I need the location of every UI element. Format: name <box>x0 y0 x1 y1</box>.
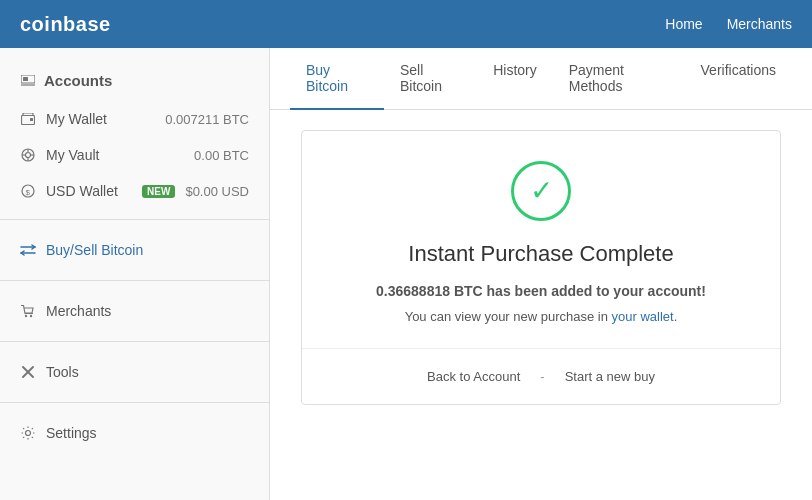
wallet-icon <box>20 111 36 127</box>
svg-point-17 <box>26 431 31 436</box>
content-area: ✓ Instant Purchase Complete 0.36688818 B… <box>270 110 812 500</box>
tab-verifications[interactable]: Verifications <box>685 48 792 110</box>
svg-point-13 <box>25 314 27 316</box>
sidebar-divider-3 <box>0 341 269 342</box>
layout: Accounts My Wallet 0.007211 BTC <box>0 48 812 500</box>
svg-rect-4 <box>30 118 33 121</box>
tab-buy-bitcoin[interactable]: Buy Bitcoin <box>290 48 384 110</box>
merchants-label: Merchants <box>46 303 111 319</box>
sidebar-divider-1 <box>0 219 269 220</box>
success-description: 0.36688818 BTC has been added to your ac… <box>342 283 740 299</box>
vault-value: 0.00 BTC <box>194 148 249 163</box>
usd-icon: $ <box>20 183 36 199</box>
tabs-bar: Buy Bitcoin Sell Bitcoin History Payment… <box>270 48 812 110</box>
vault-icon <box>20 147 36 163</box>
settings-label: Settings <box>46 425 97 441</box>
success-title: Instant Purchase Complete <box>342 241 740 267</box>
sidebar-wallet-item[interactable]: My Wallet 0.007211 BTC <box>0 101 269 137</box>
success-subtext: You can view your new purchase in your w… <box>342 309 740 324</box>
sidebar-divider-4 <box>0 402 269 403</box>
sidebar-settings[interactable]: Settings <box>0 413 269 453</box>
tab-history[interactable]: History <box>477 48 553 110</box>
nav-merchants[interactable]: Merchants <box>727 16 792 32</box>
sub-text-before: You can view your new purchase in <box>405 309 612 324</box>
header: coinbase Home Merchants <box>0 0 812 48</box>
logo: coinbase <box>20 13 111 36</box>
accounts-icon <box>20 73 36 89</box>
action-separator: - <box>540 369 544 384</box>
vault-label: My Vault <box>46 147 184 163</box>
gear-icon <box>20 425 36 441</box>
wallet-label: My Wallet <box>46 111 155 127</box>
exchange-icon <box>20 242 36 258</box>
success-icon: ✓ <box>511 161 571 221</box>
sidebar-tools[interactable]: Tools <box>0 352 269 392</box>
tools-icon <box>20 364 36 380</box>
usd-value: $0.00 USD <box>185 184 249 199</box>
sub-text-after: . <box>674 309 678 324</box>
back-to-account-link[interactable]: Back to Account <box>427 369 520 384</box>
tab-sell-bitcoin[interactable]: Sell Bitcoin <box>384 48 477 110</box>
svg-point-6 <box>26 153 31 158</box>
start-new-buy-link[interactable]: Start a new buy <box>565 369 655 384</box>
svg-text:$: $ <box>26 188 31 197</box>
tab-payment-methods[interactable]: Payment Methods <box>553 48 685 110</box>
svg-point-14 <box>30 314 32 316</box>
sidebar-merchants[interactable]: Merchants <box>0 291 269 331</box>
cart-icon <box>20 303 36 319</box>
tools-label: Tools <box>46 364 79 380</box>
sidebar-buysell[interactable]: Buy/Sell Bitcoin <box>0 230 269 270</box>
usd-label: USD Wallet <box>46 183 128 199</box>
wallet-value: 0.007211 BTC <box>165 112 249 127</box>
wallet-link[interactable]: your wallet <box>612 309 674 324</box>
sidebar-usd-item[interactable]: $ USD Wallet NEW $0.00 USD <box>0 173 269 209</box>
header-nav: Home Merchants <box>665 16 792 32</box>
sidebar-divider-2 <box>0 280 269 281</box>
card-actions: Back to Account - Start a new buy <box>342 365 740 384</box>
accounts-section: Accounts <box>0 64 269 101</box>
sidebar-vault-item[interactable]: My Vault 0.00 BTC <box>0 137 269 173</box>
svg-rect-1 <box>23 77 28 81</box>
new-badge: NEW <box>142 185 175 198</box>
accounts-label: Accounts <box>44 72 112 89</box>
main-content: Buy Bitcoin Sell Bitcoin History Payment… <box>270 48 812 500</box>
success-card: ✓ Instant Purchase Complete 0.36688818 B… <box>301 130 781 405</box>
buysell-label: Buy/Sell Bitcoin <box>46 242 143 258</box>
sidebar: Accounts My Wallet 0.007211 BTC <box>0 48 270 500</box>
card-divider <box>302 348 780 349</box>
check-mark: ✓ <box>530 177 553 205</box>
nav-home[interactable]: Home <box>665 16 702 32</box>
